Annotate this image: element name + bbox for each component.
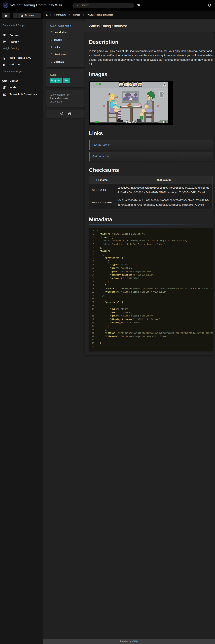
svg-text:0: 0 xyxy=(127,85,127,86)
svg-text:W: W xyxy=(4,4,6,6)
svg-text:10$: 10$ xyxy=(124,82,126,84)
svg-text:G: G xyxy=(6,4,8,6)
svg-text:6$: 6$ xyxy=(138,82,139,84)
svg-text:0: 0 xyxy=(141,85,142,86)
svg-text:Feb 8: Feb 8 xyxy=(95,83,99,85)
svg-text:1$: 1$ xyxy=(129,82,130,84)
svg-text:2$: 2$ xyxy=(119,82,120,84)
svg-text:0: 0 xyxy=(136,85,137,86)
svg-text:118$: 118$ xyxy=(95,121,99,124)
svg-text:5$: 5$ xyxy=(133,82,135,84)
svg-text:0: 0 xyxy=(122,85,123,86)
svg-text:Paused: Paused xyxy=(126,120,136,123)
svg-text:?: ? xyxy=(164,83,165,86)
svg-text:0: 0 xyxy=(163,120,164,124)
svg-text:6: 6 xyxy=(132,85,132,86)
